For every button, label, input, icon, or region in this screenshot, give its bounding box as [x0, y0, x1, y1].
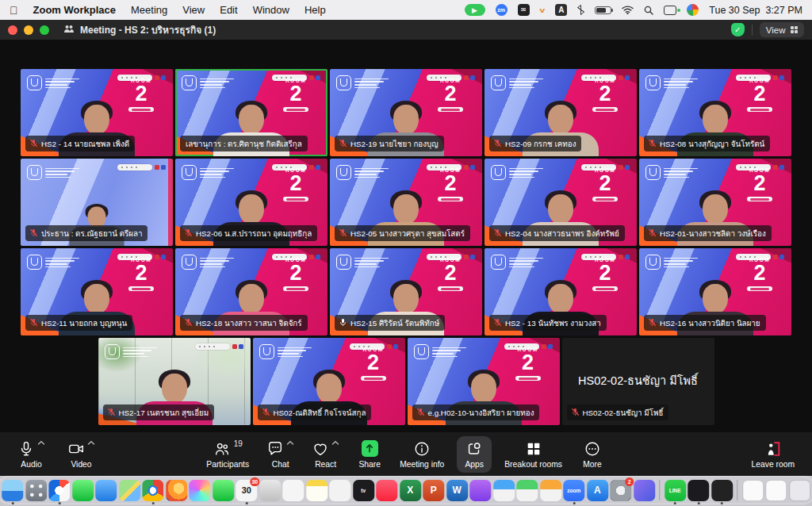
dock-icon-iphone-mirroring[interactable]: [634, 480, 655, 501]
dock-icon-zoom[interactable]: zoom: [563, 480, 584, 501]
dock-icon-podcasts[interactable]: [469, 480, 491, 501]
leave-room-button[interactable]: Leave room: [747, 436, 799, 473]
audio-button[interactable]: Audio: [13, 436, 50, 473]
participant-tile[interactable]: ROOM2HS2 - 13 นันทัชพร งามวงสา: [485, 248, 637, 335]
dock-icon-reminders[interactable]: [282, 480, 304, 501]
menu-item-view[interactable]: View: [182, 4, 205, 16]
share-button[interactable]: Share: [352, 436, 387, 473]
line-app-icon[interactable]: ✉: [518, 4, 530, 16]
participant-tile[interactable]: ROOM2HS2-09 กรกช เคทอง: [485, 69, 637, 156]
chevron-up-icon[interactable]: [87, 440, 95, 446]
participant-tile[interactable]: ROOM2HS2-04 นางสาวธนาพร อิงค์ทรัพย์: [485, 159, 637, 246]
input-source-icon[interactable]: A: [555, 4, 567, 16]
dock-icon-word[interactable]: W: [446, 480, 468, 501]
browser-status-icon[interactable]: [687, 4, 699, 16]
minimize-window-button[interactable]: [24, 25, 33, 35]
dock-icon-pages[interactable]: [540, 480, 561, 501]
dock-icon-webex[interactable]: [688, 480, 709, 501]
toolbar-button-label: Audio: [21, 460, 41, 469]
dock-icon-settings[interactable]: 2: [610, 480, 631, 501]
participant-tile[interactable]: ROOM2HS2-18 นางสาว วาสนา จิตจักร์: [175, 248, 327, 335]
participant-tile[interactable]: ROOM2HS2-11 นายถกล บุญหนุน: [21, 248, 173, 335]
screen-record-camera-icon[interactable]: ▶: [465, 4, 485, 16]
zoom-menubar-icon[interactable]: zm: [496, 4, 508, 16]
dock-icon-maps[interactable]: [119, 480, 140, 501]
dock-icon-chrome[interactable]: [142, 480, 163, 501]
dock-icon-window-preview[interactable]: [765, 480, 787, 501]
zoom-window-button[interactable]: [40, 25, 49, 35]
participant-tile[interactable]: HS2-17 เนตรชนก สุขเอี่ยม: [98, 338, 251, 425]
participant-tile[interactable]: HS02-02-ธนชัญา มีโพธิ์HS02-02-ธนชัญา มีโ…: [562, 338, 714, 425]
participant-tile[interactable]: ROOM2HS2-08 นางสุกัญญา จันโทรัตน์: [639, 69, 791, 156]
dock-icon-companion[interactable]: [711, 480, 733, 501]
toolbar-button-label: Video: [71, 460, 91, 469]
heart-icon: [312, 440, 329, 458]
participant-tile[interactable]: ROOM2e.g.H02-10-นางอิสริยา ผายทอง: [408, 338, 560, 425]
participant-tile[interactable]: ROOM2HS02-ณติสิทธิ์ กิจโรจน์สกุล: [253, 338, 405, 425]
chevron-up-icon[interactable]: [37, 440, 45, 446]
view-button[interactable]: View: [760, 22, 804, 37]
menu-item-help[interactable]: Help: [304, 4, 326, 16]
dock-icon-messages[interactable]: [72, 480, 94, 501]
window-title-bar[interactable]: Meeting - HS 2: บริหารธุรกิจ (1) ✓ View: [0, 20, 812, 40]
participant-tile[interactable]: ประธาน : ดร.ณัฐธยาน์ ตรีผลา: [21, 159, 173, 246]
dock-icon-facetime[interactable]: [213, 480, 234, 501]
participant-nameplate: เลขานุการ : ดร.ศิดานุช กิตติเสรีกุล: [180, 136, 308, 151]
dock-icon-excel[interactable]: X: [400, 480, 421, 501]
participant-tile[interactable]: ROOM2HS2-01-นางสาวชลิดา วงษ์เรือง: [639, 159, 791, 246]
dock-icon-powerpoint[interactable]: P: [423, 480, 444, 501]
dock-icon-mail[interactable]: [95, 480, 117, 501]
chat-button[interactable]: Chat: [262, 436, 299, 473]
dock-icon-trash[interactable]: [789, 480, 810, 501]
menu-clock[interactable]: Tue 30 Sep 3:27 PM: [709, 5, 802, 16]
participant-tile[interactable]: ROOM2HS2-15 ศิริรัตน์ รัตนพิทักษ์: [330, 248, 482, 335]
leave-door-icon: [764, 440, 782, 458]
participant-nameplate: HS2-19 นายไชยา กองบุญ: [335, 136, 444, 151]
toolbar-button-label: Meeting info: [400, 460, 444, 469]
video-button[interactable]: Video: [63, 436, 100, 473]
apple-menu-icon[interactable]: : [10, 4, 18, 17]
participant-tile[interactable]: ROOM2เลขานุการ : ดร.ศิดานุช กิตติเสรีกุล: [175, 69, 327, 156]
participant-name: HS2-15 ศิริรัตน์ รัตนพิทักษ์: [350, 317, 439, 329]
meeting-info-button[interactable]: Meeting info: [395, 436, 449, 473]
breakout-rooms-button[interactable]: Breakout rooms: [500, 436, 567, 473]
dock-icon-contacts[interactable]: [259, 480, 281, 501]
dock-icon-line[interactable]: LINE: [665, 480, 686, 501]
chevron-up-icon[interactable]: [331, 440, 339, 446]
wifi-icon[interactable]: [622, 4, 634, 17]
security-shield-icon[interactable]: ✓: [731, 23, 745, 36]
participant-tile[interactable]: ROOM2HS2-16 นางสาวนิติยา นิลผาย: [639, 248, 791, 335]
dock-icon-safari[interactable]: [48, 480, 70, 501]
react-button[interactable]: React: [307, 436, 344, 473]
dock-icon-window-preview[interactable]: [742, 480, 764, 501]
bluetooth-icon[interactable]: [577, 4, 584, 17]
dock-icon-calendar[interactable]: 3030: [236, 480, 257, 501]
participant-tile[interactable]: ROOM2HS2-19 นายไชยา กองบุญ: [330, 69, 482, 156]
close-window-button[interactable]: [8, 25, 17, 35]
participant-tile[interactable]: ROOM2HS2 - 14 นายณชพล เพ็งดี: [21, 69, 173, 156]
dock-icon-music[interactable]: [376, 480, 397, 501]
participant-tile[interactable]: ROOM2HS2-06 น.ส.ปรารถนา อุดมฤทธิกุล: [175, 159, 327, 246]
more-button[interactable]: More: [575, 436, 610, 473]
menu-app-name[interactable]: Zoom Workplace: [33, 4, 117, 16]
dock-icon-appstore[interactable]: A: [587, 480, 608, 501]
chevron-up-icon[interactable]: [286, 440, 294, 446]
dock-icon-numbers[interactable]: [516, 480, 538, 501]
dock-icon-notes[interactable]: [306, 480, 327, 501]
participants-button[interactable]: 19Participants: [201, 436, 254, 473]
dock-icon-keynote[interactable]: [493, 480, 515, 501]
menu-item-meeting[interactable]: Meeting: [131, 4, 167, 16]
stage-manager-icon[interactable]: [664, 6, 676, 15]
dock-icon-freeform[interactable]: [329, 480, 350, 501]
dock-icon-finder[interactable]: [2, 480, 23, 501]
apps-button[interactable]: Apps: [457, 436, 492, 473]
dock-icon-firefox[interactable]: [166, 480, 187, 501]
dock-icon-appletv[interactable]: tv: [353, 480, 374, 501]
menu-item-window[interactable]: Window: [253, 4, 289, 16]
menu-item-edit[interactable]: Edit: [220, 4, 237, 16]
participant-tile[interactable]: ROOM2HS2-05 นางสาวศรุตา สุขสมโสตร์: [330, 159, 482, 246]
dock-icon-launchpad[interactable]: [25, 480, 47, 501]
spotlight-search-icon[interactable]: [644, 4, 653, 17]
v-app-icon[interactable]: v: [540, 5, 546, 15]
dock-icon-photos[interactable]: [189, 480, 210, 501]
